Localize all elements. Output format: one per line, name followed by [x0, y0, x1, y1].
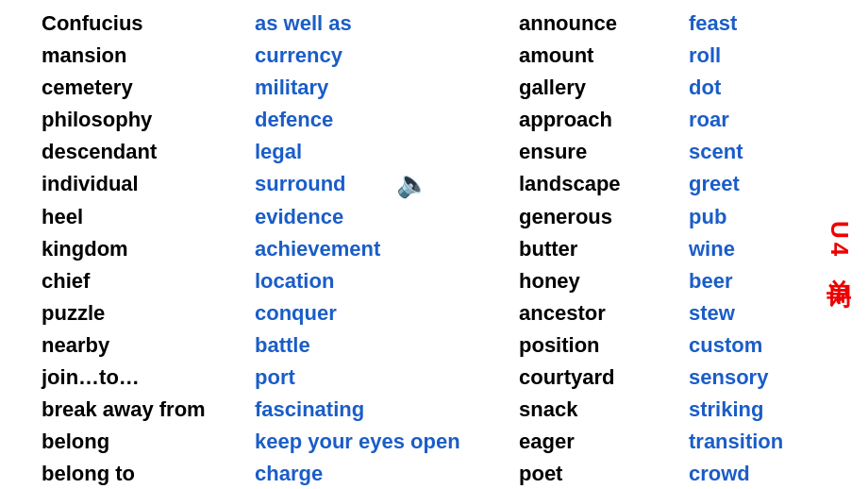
col3-word-2: gallery [519, 72, 672, 104]
col3-word-7: butter [519, 233, 672, 265]
col1-word-13: belong [42, 426, 238, 458]
col4-word-3: roar [689, 104, 804, 136]
col3-word-5: landscape [519, 168, 672, 200]
unit-label: U4单词 [824, 221, 857, 267]
col4-word-9: stew [689, 297, 804, 329]
col2-word-12: fascinating [255, 394, 502, 426]
col1-word-11: join…to… [42, 362, 238, 394]
col4-word-13: transition [689, 426, 804, 458]
col1-word-0: Confucius [42, 8, 238, 40]
main-content: Confuciusmansioncemeteryphilosophydescen… [0, 0, 868, 489]
col1-word-3: philosophy [42, 104, 238, 136]
col3-word-13: eager [519, 426, 672, 458]
col3-word-10: position [519, 329, 672, 362]
col1-word-10: nearby [42, 329, 238, 362]
col1-word-9: puzzle [42, 297, 238, 329]
col4-word-11: sensory [689, 362, 804, 394]
col3-word-6: generous [519, 201, 672, 233]
sidebar-label: U4单词 [811, 0, 868, 489]
column-1: Confuciusmansioncemeteryphilosophydescen… [0, 8, 245, 481]
col3-word-12: snack [519, 394, 672, 426]
col2-word-10: battle [255, 329, 502, 362]
col2-word-11: port [255, 362, 502, 394]
col2-word-6: evidence [255, 201, 502, 233]
col4-word-0: feast [689, 8, 804, 40]
col4-word-8: beer [689, 265, 804, 297]
col1-word-5: individual [42, 168, 238, 200]
column-2: 🔈 as well ascurrencymilitarydefencelegal… [245, 8, 509, 481]
col2-word-7: achievement [255, 233, 502, 265]
col3-word-11: courtyard [519, 362, 672, 394]
col4-word-5: greet [689, 168, 804, 200]
col2-word-13: keep your eyes open [255, 426, 502, 458]
speaker-icon[interactable]: 🔈 [396, 168, 429, 199]
col1-word-2: cemetery [42, 72, 238, 104]
col1-word-1: mansion [42, 40, 238, 72]
col2-word-5: surround [255, 168, 502, 200]
column-3: announceamountgalleryapproachensurelands… [509, 8, 679, 481]
col2-word-2: military [255, 72, 502, 104]
col1-word-6: heel [42, 201, 238, 233]
col1-word-14: belong to [42, 458, 238, 489]
col4-word-4: scent [689, 136, 804, 168]
col3-word-9: ancestor [519, 297, 672, 329]
col4-word-7: wine [689, 233, 804, 265]
col3-word-1: amount [519, 40, 672, 72]
col1-word-8: chief [42, 265, 238, 297]
column-4: feastrolldotroarscentgreetpubwinebeerste… [679, 8, 811, 481]
col4-word-2: dot [689, 72, 804, 104]
col2-word-3: defence [255, 104, 502, 136]
col4-word-14: crowd [689, 458, 804, 489]
col3-word-0: announce [519, 8, 672, 40]
col4-word-12: striking [689, 394, 804, 426]
col2-word-9: conquer [255, 297, 502, 329]
col2-word-14: charge [255, 458, 502, 489]
col3-word-4: ensure [519, 136, 672, 168]
col4-word-6: pub [689, 201, 804, 233]
col2-word-0: as well as [255, 8, 502, 40]
col3-word-14: poet [519, 458, 672, 489]
col4-word-1: roll [689, 40, 804, 72]
col2-word-8: location [255, 265, 502, 297]
col4-word-10: custom [689, 329, 804, 362]
col2-word-4: legal [255, 136, 502, 168]
col2-word-1: currency [255, 40, 502, 72]
col3-word-3: approach [519, 104, 672, 136]
col3-word-8: honey [519, 265, 672, 297]
col1-word-12: break away from [42, 394, 238, 426]
col1-word-4: descendant [42, 136, 238, 168]
col1-word-7: kingdom [42, 233, 238, 265]
